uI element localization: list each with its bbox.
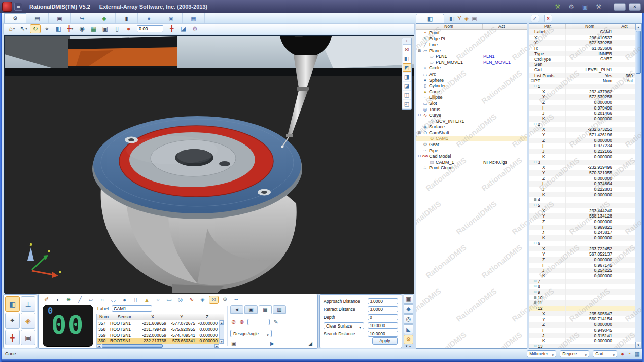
- ribbon-tab[interactable]: ▣: [49, 13, 71, 23]
- probe-set-icon[interactable]: ◢: [308, 341, 312, 346]
- apply-button[interactable]: Apply: [372, 337, 398, 345]
- unit-select[interactable]: Cart: [593, 350, 617, 357]
- side-tool-button[interactable]: ⚙: [404, 335, 413, 344]
- measure-view-tab[interactable]: ◄: [230, 305, 243, 314]
- ribbon-tab[interactable]: ↪: [71, 13, 93, 23]
- property-row[interactable]: Z 0.000000: [529, 138, 635, 143]
- property-row[interactable]: Y 567.052137: [529, 251, 635, 257]
- dock-mode-button[interactable]: ◈: [21, 313, 35, 329]
- tree-tool-icon[interactable]: Υ: [457, 16, 461, 21]
- property-row[interactable]: Z 0.000000: [529, 322, 635, 328]
- property-row[interactable]: ⊞ 10: [529, 295, 635, 301]
- property-row[interactable]: Label CAM1: [529, 29, 635, 35]
- tree-item[interactable]: ⊙ CAM1: [416, 136, 527, 142]
- dock-mode-button[interactable]: ◧: [5, 296, 20, 312]
- property-row[interactable]: X -233.444240: [529, 208, 635, 214]
- feature-button[interactable]: ○: [97, 296, 107, 304]
- property-row[interactable]: ⊞ 8: [529, 284, 635, 289]
- property-row[interactable]: ⊞ 9: [529, 289, 635, 295]
- property-row[interactable]: Y -572.539258: [529, 94, 635, 100]
- expand-toggle-icon[interactable]: ⊞: [533, 279, 538, 284]
- property-row[interactable]: ⊞ 4: [529, 197, 635, 203]
- expand-toggle-icon[interactable]: ☐: [533, 306, 538, 311]
- viewport-tool-button[interactable]: ◪: [403, 82, 411, 90]
- titlebar-status-icon[interactable]: ▣: [582, 4, 588, 10]
- property-row[interactable]: Z -0.000000: [529, 257, 635, 263]
- scroll-down-arrow[interactable]: ▼: [635, 342, 641, 348]
- ribbon-tab[interactable]: ◉: [160, 13, 183, 23]
- expand-toggle-icon[interactable]: ⊟: [533, 241, 538, 246]
- side-tool-button[interactable]: ◆: [404, 304, 413, 314]
- property-row[interactable]: ⊟ 1: [529, 84, 635, 89]
- feature-button[interactable]: ∽: [231, 296, 241, 304]
- property-row[interactable]: Z 0.000000: [529, 176, 635, 182]
- property-row[interactable]: ⊞ 11: [529, 300, 635, 306]
- expand-toggle-icon[interactable]: ⊞: [533, 284, 538, 289]
- property-row[interactable]: ☐ PT Nom Act: [529, 78, 635, 84]
- point-row[interactable]: 357 ROOTSN1 -231.609659 -577.072675 -0.0…: [97, 320, 224, 327]
- expand-toggle-icon[interactable]: ⊞: [533, 295, 538, 301]
- feature-button[interactable]: ◎: [175, 296, 185, 304]
- property-row[interactable]: I 0.969821: [529, 225, 635, 230]
- status-icon[interactable]: ◔: [628, 351, 631, 357]
- feature-button[interactable]: ⚙: [220, 296, 230, 304]
- property-row[interactable]: ⊟ 3: [529, 160, 635, 165]
- confirm-button[interactable]: ✓: [531, 15, 539, 22]
- property-row[interactable]: I 0.977234: [529, 143, 635, 149]
- expand-toggle-icon[interactable]: ⊟: [533, 84, 538, 89]
- property-row[interactable]: X -232.919496: [529, 165, 635, 170]
- toolbar-button[interactable]: ⌖: [42, 24, 52, 33]
- expand-toggle-icon[interactable]: ⊟: [533, 160, 538, 165]
- close-button[interactable]: ×: [629, 3, 641, 11]
- scrollbar-thumb[interactable]: [102, 344, 163, 348]
- property-row[interactable]: ⊟ 5: [529, 203, 635, 208]
- titlebar-status-icon[interactable]: ⚒: [555, 4, 560, 10]
- minimize-button[interactable]: —: [614, 3, 626, 11]
- property-row[interactable]: X -235.605647: [529, 311, 635, 317]
- property-row[interactable]: J 0.212165: [529, 149, 635, 154]
- viewport-3d[interactable]: + ⊠◧◩◨◪◫◰: [4, 35, 414, 293]
- viewport-tool-button[interactable]: ◧: [403, 54, 411, 63]
- feature-button[interactable]: ◈: [198, 296, 207, 304]
- property-row[interactable]: K 0.000000: [529, 273, 635, 279]
- tree-item[interactable]: ⊟ ∿ Curve: [416, 112, 527, 118]
- dock-mode-button[interactable]: ⊥: [21, 296, 35, 312]
- feature-button[interactable]: ▲: [142, 296, 152, 304]
- toolbar-button[interactable]: ╋: [166, 24, 177, 33]
- property-row[interactable]: Z -0.000000: [529, 219, 635, 225]
- feature-button[interactable]: ⊕: [64, 296, 74, 304]
- property-row[interactable]: ⊞ 13: [529, 344, 635, 349]
- property-row[interactable]: Sen: [529, 62, 635, 67]
- feature-button[interactable]: ◡: [109, 296, 118, 304]
- feature-label-input[interactable]: [112, 305, 152, 312]
- property-row[interactable]: K 0.000000: [529, 235, 635, 241]
- toolbar-button[interactable]: ⌂: [7, 24, 17, 33]
- feature-button[interactable]: ✐: [42, 296, 51, 304]
- expand-toggle-icon[interactable]: ☐: [530, 78, 534, 84]
- erase-point-icon[interactable]: ⊘: [231, 319, 236, 325]
- tree-item[interactable]: ◈ Surface: [416, 124, 527, 130]
- measure-view-tab[interactable]: ▦: [259, 305, 272, 314]
- scroll-up-arrow[interactable]: ▲: [220, 320, 224, 325]
- property-row[interactable]: I 0.949045: [529, 328, 635, 333]
- feature-button[interactable]: ○: [153, 297, 163, 302]
- parameter-input[interactable]: 0: [368, 314, 398, 320]
- dock-mode-button[interactable]: ▣: [21, 330, 35, 345]
- properties-scrollbar[interactable]: ▲ ▼: [635, 24, 641, 348]
- tree-item[interactable]: ▤ CADM_1 NH-tc40.igs: [416, 159, 527, 165]
- tree-item[interactable]: • Point: [416, 30, 527, 36]
- scroll-down-arrow[interactable]: ▼: [220, 339, 224, 344]
- tree-item[interactable]: ◎ Torus: [416, 106, 527, 113]
- ribbon-tab[interactable]: ▮: [116, 13, 138, 23]
- property-row[interactable]: ⊞ 7: [529, 279, 635, 284]
- strip-expand-arrows[interactable]: ▼▲: [405, 345, 412, 348]
- tree-item[interactable]: ▱ PLN1 PLN1: [416, 53, 527, 59]
- point-row[interactable]: 358 ROOTSN1 -231.799429 -575.920955 0.00…: [97, 327, 224, 333]
- property-row[interactable]: Y -558.134128: [529, 213, 635, 219]
- property-row[interactable]: I 0.979490: [529, 105, 635, 111]
- toolbar-button[interactable]: ↻: [30, 24, 41, 33]
- dock-mode-button[interactable]: ⌖: [5, 313, 20, 329]
- point-count-input[interactable]: [247, 319, 270, 325]
- titlebar-status-icon[interactable]: ⚒: [596, 4, 601, 10]
- toolbar-button[interactable]: ◪: [178, 24, 189, 33]
